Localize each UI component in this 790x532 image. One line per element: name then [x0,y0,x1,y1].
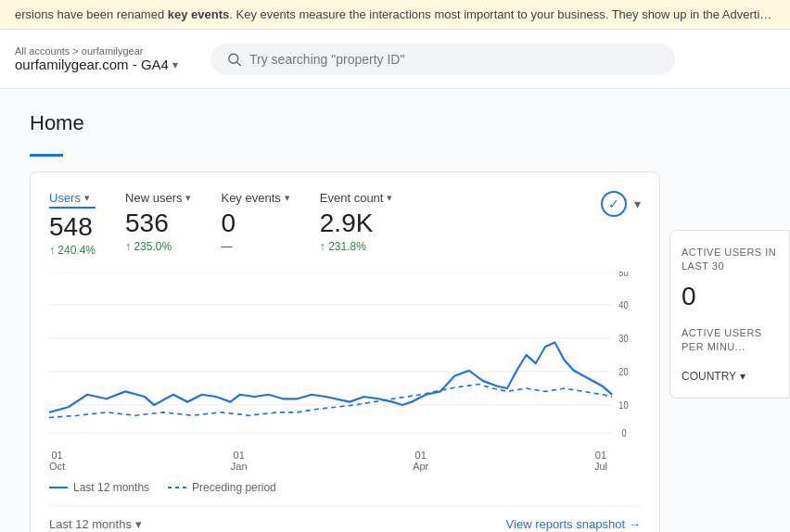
page-title: Home [30,111,660,135]
country-label: COUNTRY [682,370,736,383]
metric-key-events[interactable]: Key events ▾ 0 — [221,191,289,253]
active-users-title: ACTIVE USERS IN LAST 30 [682,246,778,274]
header: All accounts > ourfamilygear ourfamilyge… [0,30,790,89]
metric-event-count-value: 2.9K [320,209,393,238]
chart-svg: 50 40 30 20 10 0 [49,272,641,438]
metric-users-value: 548 [49,212,96,242]
metric-users[interactable]: Users ▾ 548 ↑ 240.4% [49,191,96,257]
legend-solid-label: Last 12 months [73,481,149,494]
search-input[interactable] [249,52,660,67]
chart-legend: Last 12 months Preceding period [49,481,641,494]
chart-dropdown-button[interactable]: ▾ [634,196,641,211]
x-label-apr: 01Apr [413,450,428,472]
breadcrumb: All accounts > ourfamilygear [15,45,200,57]
svg-point-0 [229,54,238,63]
metric-new-users-change: ↑ 235.0% [125,240,191,253]
svg-text:20: 20 [618,367,629,377]
metric-users-change: ↑ 240.4% [49,244,96,257]
date-selector[interactable]: Last 12 months ▾ [49,517,142,531]
country-chevron-icon: ▾ [740,370,745,383]
metric-new-users-value: 536 [125,209,191,238]
date-range-row: Last 12 months ▾ View reports snapshot → [49,505,641,531]
svg-text:50: 50 [618,272,629,278]
main-card: Users ▾ 548 ↑ 240.4% New users ▾ 536 ↑ 2… [30,171,660,532]
country-selector[interactable]: COUNTRY ▾ [682,370,778,383]
metric-event-count-change: ↑ 231.8% [320,240,393,253]
legend-solid: Last 12 months [49,481,149,494]
search-bar[interactable] [211,44,675,75]
page-title-area: Home [30,111,660,157]
sidebar-panel: ACTIVE USERS IN LAST 30 0 ACTIVE USERS P… [669,230,790,399]
date-range-label: Last 12 months [49,517,132,531]
svg-text:0: 0 [621,427,627,437]
legend-dashed-line [168,487,186,488]
metric-event-count-chevron: ▾ [387,192,392,204]
metric-users-label: Users [49,191,81,205]
chart-controls: ✓ ▾ [601,191,641,217]
property-name[interactable]: ourfamilygear.com - GA4 ▾ [15,57,200,72]
banner: ersions have been renamed key events. Ke… [0,0,790,30]
svg-line-1 [237,62,241,66]
metric-key-events-value: 0 [221,209,289,238]
svg-text:10: 10 [618,400,629,411]
metric-users-chevron: ▾ [84,192,90,204]
x-label-jul: 01Jul [594,450,607,472]
metrics-row: Users ▾ 548 ↑ 240.4% New users ▾ 536 ↑ 2… [49,191,641,257]
chart-x-axis: 01Oct 01Jan 01Apr 01Jul [49,446,641,472]
active-users-per-min: ACTIVE USERS PER MINU... [682,326,778,355]
x-label-oct: 01Oct [49,450,65,472]
legend-solid-line [49,487,68,488]
view-reports-link[interactable]: View reports snapshot → [506,517,641,531]
arrow-right-icon: → [629,517,641,531]
active-users-value: 0 [682,282,778,311]
svg-text:30: 30 [618,334,629,344]
chevron-down-icon: ▾ [172,58,178,71]
search-icon [226,51,242,68]
metric-new-users[interactable]: New users ▾ 536 ↑ 235.0% [125,191,191,253]
legend-dashed-label: Preceding period [192,481,276,494]
metric-key-events-chevron: ▾ [285,192,290,204]
metric-new-users-chevron: ▾ [185,192,191,204]
page-title-underline [30,154,63,157]
check-circle-button[interactable]: ✓ [601,191,627,217]
metric-event-count-label: Event count [320,191,384,205]
chart-area: 50 40 30 20 10 0 [49,272,641,438]
date-range-chevron: ▾ [135,517,142,531]
metric-key-events-change: — [221,240,289,253]
metric-event-count[interactable]: Event count ▾ 2.9K ↑ 231.8% [320,191,393,253]
metric-key-events-label: Key events [221,191,280,205]
property-selector[interactable]: All accounts > ourfamilygear ourfamilyge… [15,45,200,72]
svg-text:40: 40 [618,300,629,310]
metric-new-users-label: New users [125,191,182,205]
x-label-jan: 01Jan [231,450,248,472]
legend-dashed: Preceding period [168,481,276,494]
